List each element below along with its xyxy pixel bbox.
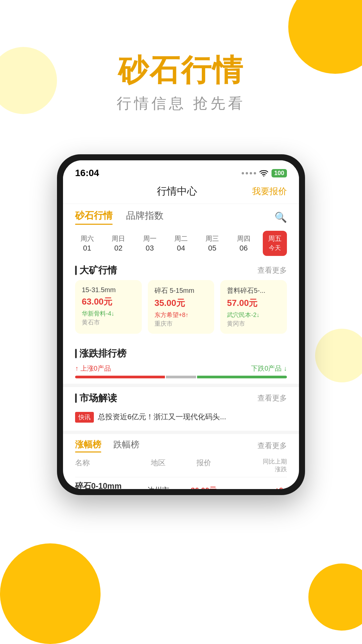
td-region: 达州市 [136,485,181,489]
signal-icon [242,172,256,174]
status-icons: 100 [242,169,287,177]
dq-title: 大矿行情 [75,264,117,277]
bg-circle-bottom-left [0,543,101,644]
tab-shashi[interactable]: 砂石行情 [75,209,113,225]
search-icon[interactable]: 🔍 [275,211,287,223]
app-nav-title: 行情中心 [157,184,197,198]
market-card-1[interactable]: 碎石 5-15mm 35.00元 东方希望+8↑ 重庆市 [148,280,215,334]
rise-fall-section: 涨幅榜 跌幅榜 查看更多 名称 地区 报价 同比上期涨跌 碎石0-10mm 达州… [63,431,299,489]
tab-falling[interactable]: 跌幅榜 [113,439,139,452]
rise-fall-tabs: 涨幅榜 跌幅榜 查看更多 [75,439,287,452]
status-bar: 16:04 100 [63,160,299,182]
ranking-title: 涨跌排行榜 [75,347,287,360]
interpret-header: 市场解读 查看更多 [75,392,287,405]
phone-screen: 16:04 100 [63,160,299,489]
status-time: 16:04 [75,168,99,178]
news-tag: 快讯 [75,412,94,423]
app-nav: 行情中心 我要报价 [63,182,299,204]
th-price: 报价 [181,458,226,474]
day-tue[interactable]: 周二 04 [169,231,193,256]
phone-outer: 16:04 100 [57,154,305,495]
market-cards: 15-31.5mm 63.00元 华新骨料-4↓ 黄石市 碎石 5-15mm 3… [63,280,299,339]
td-change: +9↑ [226,486,287,489]
th-change: 同比上期涨跌 [226,458,287,474]
ranking-section: 涨跌排行榜 ↑ 上涨0产品 下跌0产品 ↓ [63,342,299,384]
dq-more[interactable]: 查看更多 [257,265,287,275]
table-header: 名称 地区 报价 同比上期涨跌 [75,454,287,477]
market-card-2[interactable]: 普料碎石5-... 57.00元 武穴民本-2↓ 黄冈市 [220,280,287,334]
ranking-bar-track [75,376,287,378]
phone-mockup: 16:04 100 [57,154,305,495]
bar-red [75,376,165,378]
news-text: 总投资近6亿元！浙江又一现代化码头... [98,412,226,422]
th-name: 名称 [75,458,136,474]
th-region: 地区 [136,458,181,474]
market-card-0[interactable]: 15-31.5mm 63.00元 华新骨料-4↓ 黄石市 [75,280,142,334]
day-wed[interactable]: 周三 05 [200,231,224,256]
svg-point-0 [263,175,264,176]
bar-green [197,376,287,378]
battery-indicator: 100 [272,169,287,177]
day-thu[interactable]: 周四 06 [232,231,256,256]
td-name: 碎石0-10mm [75,481,136,489]
hero-title: 砂石行情 [0,54,362,87]
rising-label: ↑ 上涨0产品 [75,364,111,373]
day-selector: 周六 01 周日 02 周一 03 周二 04 周三 05 [63,227,299,259]
tab-bar: 砂石行情 品牌指数 🔍 [63,204,299,227]
day-sat[interactable]: 周六 01 [75,231,99,256]
tab-rising[interactable]: 涨幅榜 [75,439,101,452]
td-price: 36.00元 [181,485,226,489]
rf-more[interactable]: 查看更多 [257,441,287,451]
hero-subtitle: 行情信息 抢先看 [0,94,362,113]
day-fri-today[interactable]: 周五 今天 [263,231,287,256]
bar-gray [166,376,196,378]
wifi-icon [259,170,268,176]
bg-circle-bottom-right [308,564,362,631]
tab-brand[interactable]: 品牌指数 [126,209,164,225]
report-price-button[interactable]: 我要报价 [252,185,287,197]
hero-section: 砂石行情 行情信息 抢先看 [0,54,362,113]
falling-label: 下跌0产品 ↓ [251,364,287,373]
market-interpret: 市场解读 查看更多 快讯 总投资近6亿元！浙江又一现代化码头... [63,384,299,431]
day-mon[interactable]: 周一 03 [138,231,162,256]
ranking-bar-header: ↑ 上涨0产品 下跌0产品 ↓ [75,364,287,373]
dq-section-header: 大矿行情 查看更多 [63,259,299,280]
day-sun[interactable]: 周日 02 [106,231,130,256]
deco-circle-mid [315,329,362,382]
news-item-0[interactable]: 快讯 总投资近6亿元！浙江又一现代化码头... [75,409,287,426]
interpret-more[interactable]: 查看更多 [257,393,287,403]
table-row[interactable]: 碎石0-10mm 达州海螺有限责任 达州市 36.00元 +9↑ [75,477,287,489]
interpret-title: 市场解读 [75,392,117,405]
